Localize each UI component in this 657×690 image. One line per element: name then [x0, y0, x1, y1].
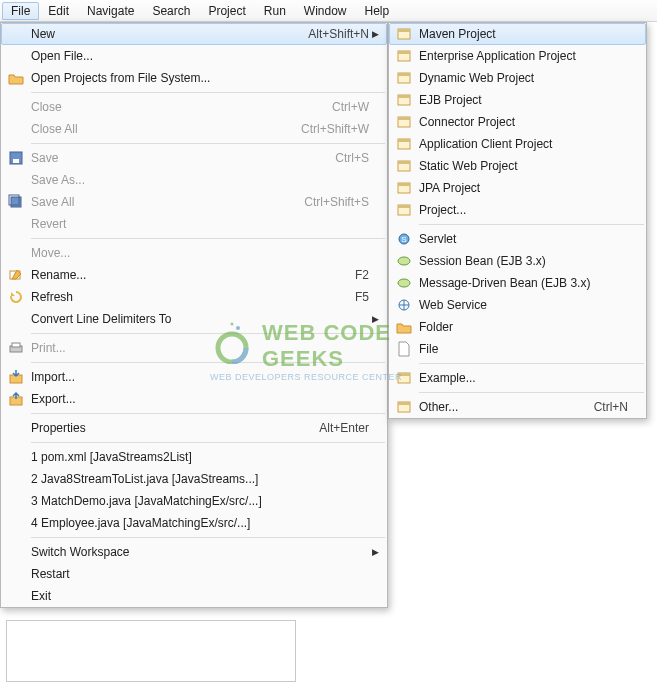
svg-point-29	[398, 257, 410, 265]
menu-separator	[31, 143, 385, 144]
file-menu-item-convert-line-delimiters-to[interactable]: Convert Line Delimiters To▶	[1, 308, 387, 330]
menu-item-label: Static Web Project	[419, 159, 628, 173]
file-menu-item-new[interactable]: NewAlt+Shift+N▶	[1, 23, 387, 45]
new-submenu-item-other[interactable]: Other...Ctrl+N	[389, 396, 646, 418]
menu-item-label: 4 Employee.java [JavaMatchingEx/src/...]	[31, 516, 369, 530]
file-menu-item-export[interactable]: Export...	[1, 388, 387, 410]
menu-item-accel: Ctrl+Shift+S	[304, 195, 369, 209]
menu-item-label: Print...	[31, 341, 369, 355]
blank	[5, 26, 27, 42]
file-menu-item-open-file[interactable]: Open File...	[1, 45, 387, 67]
menu-item-label: Open File...	[31, 49, 369, 63]
new-submenu-item-enterprise-application-project[interactable]: Enterprise Application Project	[389, 45, 646, 67]
web-project-icon	[393, 70, 415, 86]
menu-item-accel: Ctrl+S	[335, 151, 369, 165]
menubar-item-project[interactable]: Project	[199, 2, 254, 20]
print-icon	[5, 340, 27, 356]
blank-icon	[5, 515, 27, 531]
menubar-item-search[interactable]: Search	[143, 2, 199, 20]
menu-item-label: Save As...	[31, 173, 369, 187]
open-folder-icon	[5, 70, 27, 86]
menu-separator	[31, 413, 385, 414]
menu-item-label: Servlet	[419, 232, 628, 246]
new-submenu-item-maven-project[interactable]: Maven Project	[389, 23, 646, 45]
file-menu-item-open-projects-from-file-system[interactable]: Open Projects from File System...	[1, 67, 387, 89]
new-submenu-item-message-driven-bean-ejb-3-x[interactable]: Message-Driven Bean (EJB 3.x)	[389, 272, 646, 294]
svg-point-30	[398, 279, 410, 287]
file-menu-item-close-all[interactable]: Close AllCtrl+Shift+W	[1, 118, 387, 140]
file-menu-item-save-as[interactable]: Save As...	[1, 169, 387, 191]
menu-item-label: Import...	[31, 370, 369, 384]
ejb-project-icon	[393, 92, 415, 108]
menu-item-accel: F2	[355, 268, 369, 282]
file-menu-item-4-employee-java-javamatchingex-src[interactable]: 4 Employee.java [JavaMatchingEx/src/...]	[1, 512, 387, 534]
file-menu-item-move[interactable]: Move...	[1, 242, 387, 264]
new-submenu-item-static-web-project[interactable]: Static Web Project	[389, 155, 646, 177]
new-submenu-item-jpa-project[interactable]: JPA Project	[389, 177, 646, 199]
file-menu-item-switch-workspace[interactable]: Switch Workspace▶	[1, 541, 387, 563]
new-submenu-item-session-bean-ejb-3-x[interactable]: Session Bean (EJB 3.x)	[389, 250, 646, 272]
menu-item-label: Enterprise Application Project	[419, 49, 628, 63]
file-menu-item-save[interactable]: SaveCtrl+S	[1, 147, 387, 169]
menu-item-label: 3 MatchDemo.java [JavaMatchingEx/src/...…	[31, 494, 369, 508]
file-menu-item-import[interactable]: Import...	[1, 366, 387, 388]
example-icon	[393, 370, 415, 386]
menu-item-label: 1 pom.xml [JavaStreams2List]	[31, 450, 369, 464]
menubar-item-window[interactable]: Window	[295, 2, 356, 20]
file-menu-item-restart[interactable]: Restart	[1, 563, 387, 585]
menubar-item-file[interactable]: File	[2, 2, 39, 20]
new-submenu-item-dynamic-web-project[interactable]: Dynamic Web Project	[389, 67, 646, 89]
file-menu-item-refresh[interactable]: RefreshF5	[1, 286, 387, 308]
file-menu-item-rename[interactable]: Rename...F2	[1, 264, 387, 286]
menu-item-label: Save All	[31, 195, 292, 209]
file-menu-item-exit[interactable]: Exit	[1, 585, 387, 607]
blank-icon	[5, 216, 27, 232]
menubar-item-run[interactable]: Run	[255, 2, 295, 20]
file-menu-item-properties[interactable]: PropertiesAlt+Enter	[1, 417, 387, 439]
maven-project-icon	[393, 26, 415, 42]
menubar-item-help[interactable]: Help	[356, 2, 399, 20]
new-submenu-item-project[interactable]: Project...	[389, 199, 646, 221]
file-menu-item-2-java8streamtolist-java-javastreams[interactable]: 2 Java8StreamToList.java [JavaStreams...…	[1, 468, 387, 490]
new-submenu-item-servlet[interactable]: SServlet	[389, 228, 646, 250]
menubar: FileEditNavigateSearchProjectRunWindowHe…	[0, 0, 657, 22]
menu-separator	[419, 363, 644, 364]
menu-item-label: Example...	[419, 371, 628, 385]
web-service-icon	[393, 297, 415, 313]
svg-rect-12	[398, 51, 410, 54]
menu-item-label: Close	[31, 100, 320, 114]
menubar-item-navigate[interactable]: Navigate	[78, 2, 143, 20]
file-menu-item-save-all[interactable]: Save AllCtrl+Shift+S	[1, 191, 387, 213]
menu-item-accel: Ctrl+W	[332, 100, 369, 114]
submenu-arrow-icon: ▶	[369, 547, 379, 557]
file-menu-item-close[interactable]: CloseCtrl+W	[1, 96, 387, 118]
file-menu-item-3-matchdemo-java-javamatchingex-src[interactable]: 3 MatchDemo.java [JavaMatchingEx/src/...…	[1, 490, 387, 512]
jpa-project-icon	[393, 180, 415, 196]
menu-separator	[419, 224, 644, 225]
file-menu-item-print[interactable]: Print...	[1, 337, 387, 359]
menu-item-accel: Alt+Enter	[319, 421, 369, 435]
menu-item-label: Project...	[419, 203, 628, 217]
new-submenu-item-connector-project[interactable]: Connector Project	[389, 111, 646, 133]
menu-item-label: Connector Project	[419, 115, 628, 129]
folder-icon	[393, 319, 415, 335]
file-menu-item-1-pom-xml-javastreams2list[interactable]: 1 pom.xml [JavaStreams2List]	[1, 446, 387, 468]
new-submenu-item-file[interactable]: File	[389, 338, 646, 360]
menu-item-accel: Ctrl+N	[594, 400, 628, 414]
import-icon	[5, 369, 27, 385]
new-submenu-item-ejb-project[interactable]: EJB Project	[389, 89, 646, 111]
session-bean-icon	[393, 253, 415, 269]
appclient-project-icon	[393, 136, 415, 152]
file-menu-item-revert[interactable]: Revert	[1, 213, 387, 235]
new-submenu-item-web-service[interactable]: Web Service	[389, 294, 646, 316]
new-submenu-item-folder[interactable]: Folder	[389, 316, 646, 338]
svg-rect-22	[398, 161, 410, 164]
new-submenu-item-application-client-project[interactable]: Application Client Project	[389, 133, 646, 155]
blank-icon	[5, 493, 27, 509]
menu-separator	[31, 362, 385, 363]
menu-item-label: Properties	[31, 421, 307, 435]
refresh-icon	[5, 289, 27, 305]
menu-separator	[419, 392, 644, 393]
new-submenu-item-example[interactable]: Example...	[389, 367, 646, 389]
menubar-item-edit[interactable]: Edit	[39, 2, 78, 20]
